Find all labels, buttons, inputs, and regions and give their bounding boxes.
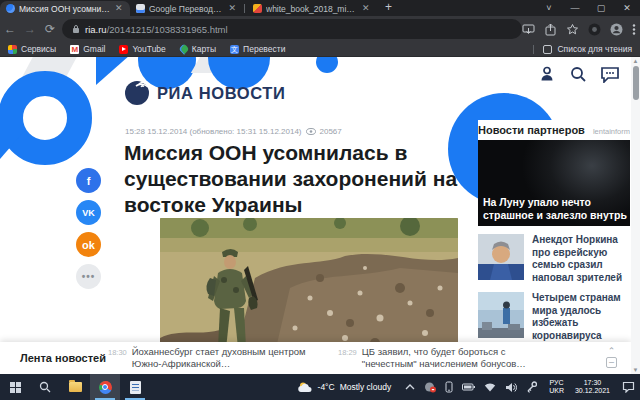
extension-icon[interactable]: [588, 23, 601, 36]
windows-taskbar: -4°C Mostly cloudy РУС UKR 17:30 30.12.2…: [0, 374, 640, 400]
action-center-button[interactable]: [616, 381, 640, 393]
ria-logo[interactable]: РИА НОВОСТИ: [124, 80, 286, 106]
weather-temp: -4°C: [318, 382, 335, 392]
share-icon[interactable]: [544, 23, 557, 36]
partner-item-thumbnail: [478, 292, 524, 338]
share-vk-button[interactable]: VK: [76, 200, 101, 225]
battery-icon[interactable]: [462, 382, 475, 392]
map-pin-icon: [178, 43, 189, 54]
share-more-button[interactable]: •••: [76, 264, 101, 289]
tab-strip: Миссия ООН усомнилась в су ✕ Google Пере…: [0, 0, 640, 16]
back-icon[interactable]: ←: [0, 22, 20, 36]
reading-list-button[interactable]: Список для чтения: [533, 44, 640, 54]
language-primary: РУС: [549, 379, 564, 387]
screen: Миссия ООН усомнилась в су ✕ Google Пере…: [0, 0, 640, 400]
tab-google-translate[interactable]: Google Переводчик ✕: [130, 1, 242, 16]
publish-time: 15:28 15.12.2014 (обновлено: 15:31 15.12…: [125, 127, 302, 136]
clock-time: 17:30: [575, 379, 610, 387]
ticker-item-text: ЦБ заявил, что будет бороться с "нечестн…: [362, 346, 552, 370]
bookmark-services[interactable]: Сервисы: [8, 44, 56, 54]
clock-date: 30.12.2021: [575, 387, 610, 395]
bookmark-translate[interactable]: 文Перевести: [230, 44, 285, 54]
volume-icon[interactable]: [505, 382, 517, 393]
share-facebook-button[interactable]: f: [76, 168, 101, 193]
scroll-up-icon[interactable]: ▲: [631, 58, 640, 64]
window-maximize-button[interactable]: ▢: [588, 0, 614, 16]
forward-icon[interactable]: →: [20, 22, 40, 36]
comments-icon[interactable]: [600, 65, 620, 83]
profile-avatar-icon[interactable]: [610, 23, 623, 36]
ticker-title: Лента новостей: [20, 352, 108, 364]
tab-title: Миссия ООН усомнилась в су: [19, 4, 111, 14]
deco-shape: [0, 129, 26, 159]
partner-item-title: Четырем странам мира удалось избежать ко…: [532, 292, 630, 342]
input-key-icon[interactable]: [526, 381, 537, 393]
phone-link-icon[interactable]: [445, 381, 453, 393]
bookmarks-bar: Сервисы MGmail YouTube Карты 文Перевести …: [0, 42, 640, 57]
window-close-button[interactable]: ✕: [614, 0, 640, 16]
partner-item[interactable]: Четырем странам мира удалось избежать ко…: [478, 292, 630, 342]
share-ok-button[interactable]: ok: [76, 232, 101, 257]
window-minimize-button[interactable]: —: [562, 0, 588, 16]
tab-separator: [244, 4, 245, 13]
ticker-item[interactable]: 18:30 Йоханнесбург стает духовным центро…: [108, 346, 338, 370]
views-eye-icon: [306, 128, 316, 135]
browser-toolbar: ← → ⟳ ria.ru/20141215/1038331965.html: [0, 16, 640, 42]
partner-lead-story[interactable]: На Луну упало нечто страшное и залезло в…: [478, 140, 630, 226]
divider: [533, 45, 534, 54]
page-scrollbar[interactable]: ▲ ▼: [631, 57, 640, 374]
partner-item[interactable]: Анекдот Норкина про еврейскую семью сраз…: [478, 234, 630, 284]
weather-condition: Mostly cloudy: [340, 382, 392, 392]
chrome-taskbar-button[interactable]: [90, 374, 120, 400]
url-path: /20141215/1038331965.html: [107, 24, 228, 35]
install-app-icon[interactable]: [522, 23, 535, 36]
search-icon[interactable]: [569, 65, 587, 83]
wifi-icon[interactable]: [484, 382, 496, 392]
scrollbar-thumb[interactable]: [633, 66, 639, 100]
taskbar-clock[interactable]: 17:30 30.12.2021: [569, 379, 616, 395]
gmail-icon: M: [70, 45, 79, 54]
search-icon: [39, 381, 51, 393]
document-app-button[interactable]: [120, 374, 150, 400]
ticker-item[interactable]: 18:29 ЦБ заявил, что будет бороться с "н…: [338, 346, 568, 370]
tab-close-icon[interactable]: ✕: [228, 4, 236, 13]
tab-close-icon[interactable]: ✕: [362, 4, 370, 13]
file-explorer-button[interactable]: [60, 374, 90, 400]
bookmark-maps[interactable]: Карты: [180, 44, 216, 54]
notification-badge-icon[interactable]: [424, 381, 436, 393]
chrome-icon: [99, 381, 112, 394]
tab-search-icon[interactable]: ˅: [536, 0, 562, 16]
new-tab-button[interactable]: +: [385, 0, 392, 14]
ria-globe-icon: [124, 80, 150, 106]
partner-item-title: Анекдот Норкина про еврейскую семью сраз…: [532, 234, 630, 284]
account-icon[interactable]: [538, 65, 556, 83]
url-domain: ria.ru: [85, 24, 107, 35]
taskbar-search-button[interactable]: [30, 374, 60, 400]
scroll-down-icon[interactable]: ▼: [631, 367, 640, 373]
ticker-item-text: Йоханнесбург стает духовным центром Южно…: [132, 346, 322, 370]
bookmark-star-icon[interactable]: [566, 23, 579, 36]
weather-widget[interactable]: -4°C Mostly cloudy: [291, 381, 399, 393]
weather-icon: [298, 381, 313, 393]
action-center-icon: [622, 381, 635, 393]
article-meta: 15:28 15.12.2014 (обновлено: 15:31 15.12…: [125, 127, 342, 136]
tab-close-icon[interactable]: ✕: [115, 4, 123, 13]
address-bar[interactable]: ria.ru/20141215/1038331965.html: [62, 19, 522, 39]
reload-icon[interactable]: ⟳: [40, 22, 60, 36]
start-button[interactable]: [0, 374, 30, 400]
language-switcher[interactable]: РУС UKR: [544, 379, 569, 395]
lock-icon: [72, 24, 80, 34]
deco-shape: [316, 57, 338, 73]
tray-chevron-icon[interactable]: [405, 383, 415, 391]
apps-grid-icon: [8, 45, 17, 54]
translate-favicon: [136, 4, 145, 13]
tab-ria-article[interactable]: Миссия ООН усомнилась в су ✕: [0, 1, 130, 16]
tab-pdf[interactable]: white_book_2018_mip.pdf ✕: [247, 1, 377, 16]
menu-kebab-icon[interactable]: [632, 23, 636, 36]
ticker-collapse-icon[interactable]: –: [606, 357, 617, 368]
partner-lead-title: На Луну упало нечто страшное и залезло в…: [483, 196, 630, 222]
ticker-expand-icon[interactable]: ⌃: [608, 348, 616, 355]
bookmark-gmail[interactable]: MGmail: [70, 44, 105, 54]
bookmark-youtube[interactable]: YouTube: [119, 44, 165, 54]
partner-news-source[interactable]: lentainform: [593, 127, 630, 136]
